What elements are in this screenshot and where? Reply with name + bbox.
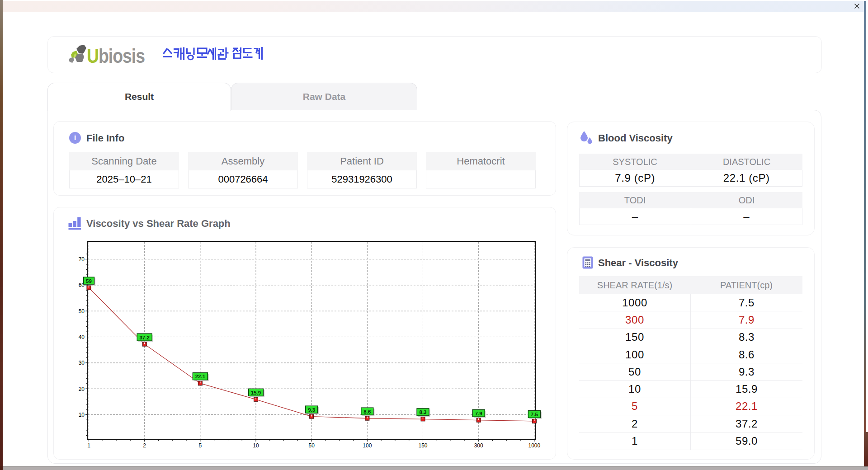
svg-text:10: 10	[79, 412, 85, 418]
svg-text:50: 50	[309, 442, 315, 449]
svg-text:8.6: 8.6	[363, 409, 371, 414]
svg-text:50: 50	[79, 308, 85, 315]
svg-text:150: 150	[419, 442, 428, 449]
svg-text:8.3: 8.3	[420, 409, 427, 415]
svg-text:7.9: 7.9	[475, 411, 482, 416]
svg-text:15.9: 15.9	[251, 390, 261, 395]
svg-text:30: 30	[79, 360, 85, 366]
svg-text:300: 300	[474, 442, 483, 449]
svg-text:70: 70	[79, 256, 85, 263]
svg-text:7.5: 7.5	[531, 412, 538, 417]
svg-text:5: 5	[198, 442, 202, 449]
svg-text:40: 40	[79, 334, 85, 340]
svg-text:9.3: 9.3	[308, 407, 315, 413]
svg-text:2: 2	[143, 442, 146, 449]
svg-text:100: 100	[363, 442, 372, 449]
svg-text:1: 1	[87, 442, 90, 449]
svg-text:20: 20	[79, 386, 85, 392]
svg-text:1000: 1000	[528, 442, 541, 449]
svg-text:22.1: 22.1	[195, 374, 206, 379]
svg-text:59: 59	[86, 278, 92, 284]
svg-text:37.2: 37.2	[139, 335, 149, 340]
svg-text:10: 10	[253, 442, 259, 449]
